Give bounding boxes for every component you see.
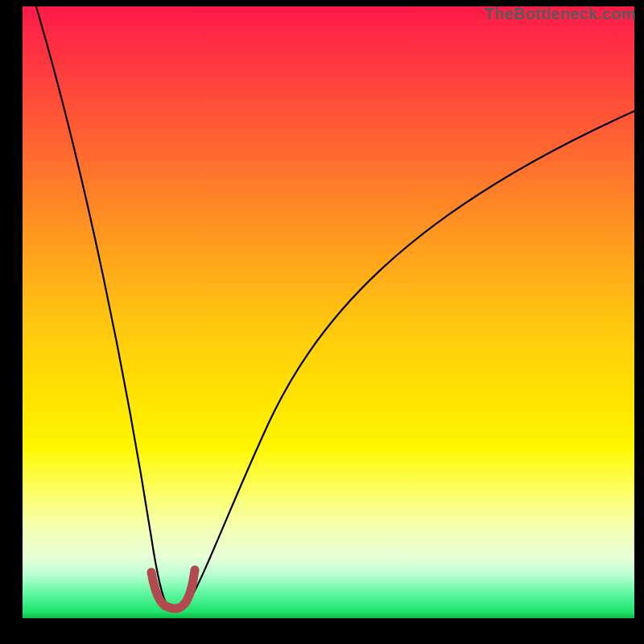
chart-plot-area [23,6,634,618]
bottleneck-curve [31,0,634,609]
attribution-watermark: TheBottleneck.com [485,5,636,23]
bottleneck-curve-svg [23,6,634,618]
